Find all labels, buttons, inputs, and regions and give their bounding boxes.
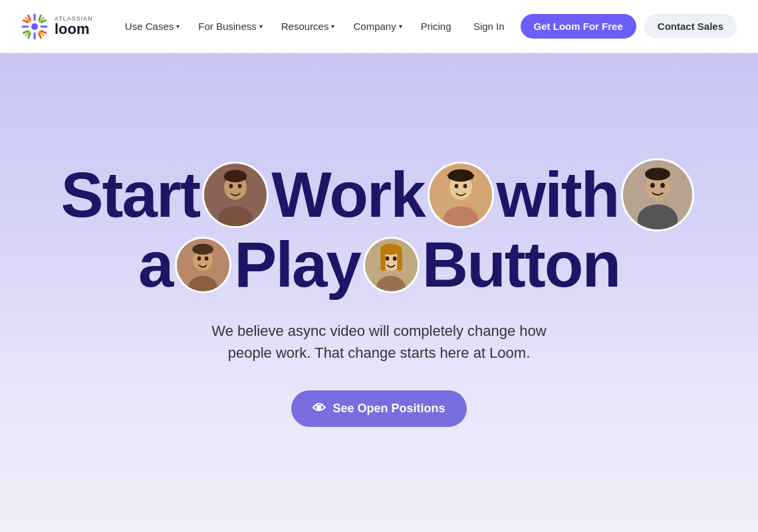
svg-rect-23 <box>224 175 247 180</box>
loom-logo-icon <box>21 13 48 40</box>
cta-label: See Open Positions <box>332 402 445 416</box>
svg-point-47 <box>386 256 390 261</box>
nav-pricing[interactable]: Pricing <box>421 21 451 32</box>
hero-section: Start Work <box>0 53 758 532</box>
svg-point-36 <box>646 168 671 180</box>
chevron-down-icon: ▾ <box>331 23 334 30</box>
svg-point-20 <box>229 184 233 189</box>
nav-for-business[interactable]: For Business ▾ <box>198 21 263 32</box>
avatar-2 <box>428 162 494 228</box>
avatar-5 <box>621 158 694 231</box>
nav-use-cases[interactable]: Use Cases ▾ <box>125 21 180 32</box>
navbar: Atlassian loom Use Cases ▾ For Business … <box>0 0 758 53</box>
avatar-3 <box>175 237 231 293</box>
svg-point-35 <box>661 183 666 188</box>
hero-headline: Start Work <box>61 158 697 299</box>
headline-word-start: Start <box>61 162 200 229</box>
nav-resources[interactable]: Resources ▾ <box>281 21 335 32</box>
svg-point-28 <box>463 184 467 189</box>
svg-point-0 <box>31 23 38 30</box>
avatar-1 <box>202 162 269 228</box>
headline-word-work: Work <box>271 162 424 229</box>
nav-links: Use Cases ▾ For Business ▾ Resources ▾ C… <box>125 21 465 32</box>
svg-point-42 <box>205 256 209 261</box>
chevron-down-icon: ▾ <box>176 23 180 30</box>
get-loom-button[interactable]: Get Loom For Free <box>521 14 636 39</box>
svg-point-48 <box>393 256 397 261</box>
headline-word-button: Button <box>422 231 620 299</box>
headline-row-1: Start Work <box>61 158 697 231</box>
nav-actions: Sign In Get Loom For Free Contact Sales <box>465 14 737 39</box>
headline-row-2: a Play <box>61 231 697 299</box>
svg-point-21 <box>238 184 242 189</box>
svg-point-27 <box>454 184 458 189</box>
contact-sales-button[interactable]: Contact Sales <box>644 14 737 39</box>
hero-subtext: We believe async video will completely c… <box>206 320 552 364</box>
see-open-positions-button[interactable]: 👁 See Open Positions <box>291 390 466 427</box>
loom-label: loom <box>55 22 93 37</box>
logo-link[interactable]: Atlassian loom <box>21 13 93 40</box>
logo-text: Atlassian loom <box>55 16 93 37</box>
chevron-down-icon: ▾ <box>399 23 402 30</box>
headline-word-a: a <box>138 231 172 299</box>
headline-word-with: with <box>497 162 619 229</box>
nav-company[interactable]: Company ▾ <box>353 21 402 32</box>
svg-point-34 <box>651 183 656 188</box>
avatar-4 <box>363 237 420 293</box>
svg-rect-51 <box>397 249 402 271</box>
svg-rect-50 <box>380 249 385 271</box>
chevron-down-icon: ▾ <box>259 23 263 30</box>
headline-word-play: Play <box>234 231 360 299</box>
signin-button[interactable]: Sign In <box>465 15 513 37</box>
svg-point-43 <box>193 243 214 255</box>
svg-point-41 <box>197 256 201 261</box>
eye-icon: 👁 <box>313 401 326 416</box>
